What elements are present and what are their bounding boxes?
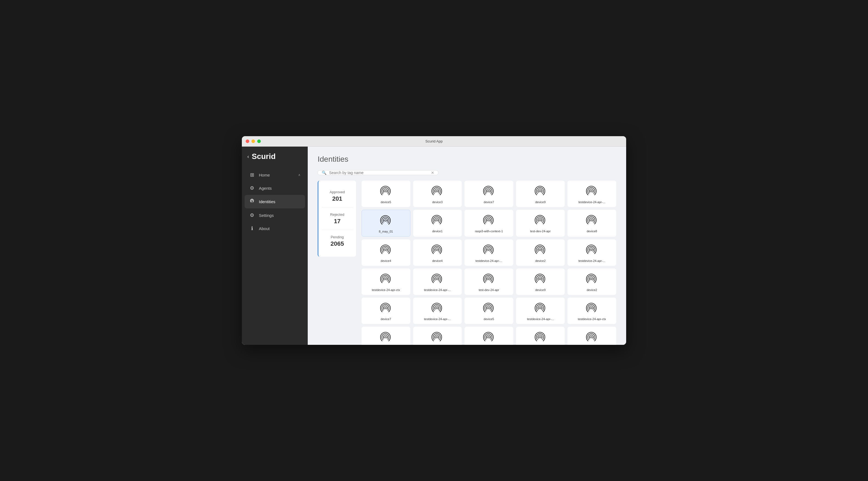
device-name: device7: [381, 318, 391, 321]
device-name: device3: [432, 201, 442, 204]
stat-rejected[interactable]: Rejected 17: [322, 208, 353, 230]
approved-value: 201: [324, 195, 350, 202]
fingerprint-icon: [431, 302, 444, 315]
app-logo: Scurid: [252, 152, 276, 161]
device-card[interactable]: device4: [413, 239, 462, 266]
device-card[interactable]: testdevice-24-apr-ctx: [567, 298, 616, 324]
search-input[interactable]: [329, 171, 428, 175]
fingerprint-icon: [585, 331, 598, 344]
sidebar-item-agents[interactable]: ⚙ Agents: [245, 182, 305, 194]
sidebar-label-agents: Agents: [259, 186, 272, 190]
home-icon: ⊞: [249, 172, 255, 178]
stat-pending[interactable]: Pending 2065: [322, 230, 353, 252]
fingerprint-icon: [585, 214, 598, 227]
fingerprint-icon: [431, 273, 444, 286]
device-card[interactable]: device5: [464, 298, 513, 324]
device-card[interactable]: [464, 327, 513, 345]
device-name: testdevice-24-apr-...: [527, 318, 554, 321]
sidebar-item-about[interactable]: ℹ About: [245, 222, 305, 235]
sidebar-item-settings[interactable]: ⚙ Settings: [245, 209, 305, 221]
device-card[interactable]: testdevice-24-apr-...: [516, 298, 565, 324]
device-card[interactable]: testdevice-24-apr-...: [413, 298, 462, 324]
fingerprint-icon: [379, 273, 393, 286]
agents-icon: ⚙: [249, 185, 255, 191]
device-name: testdevice-24-apr-...: [579, 201, 605, 204]
device-card[interactable]: device7: [362, 298, 410, 324]
clear-search-button[interactable]: ✕: [431, 171, 434, 175]
device-card[interactable]: 8_may_01: [362, 210, 410, 237]
content-area: Approved 201 Rejected 17 Pending 2065: [318, 181, 616, 345]
rejected-label: Rejected: [324, 212, 350, 217]
fingerprint-icon: [431, 244, 444, 257]
device-name: device5: [484, 318, 494, 321]
fingerprint-icon: [534, 244, 547, 257]
device-name: device2: [587, 288, 597, 292]
sidebar-item-identities[interactable]: Identities: [245, 195, 305, 208]
fingerprint-icon: [585, 244, 598, 257]
titlebar: Scurid App: [242, 136, 626, 147]
sidebar: ‹ Scurid ⊞ Home ∧ ⚙ Agents: [242, 147, 308, 345]
device-name: testdevice-24-apr-ctx: [372, 288, 400, 292]
pending-value: 2065: [324, 240, 350, 247]
device-name: testdevice-24-apr-...: [424, 318, 451, 321]
fingerprint-icon: [379, 214, 393, 228]
sidebar-label-about: About: [259, 226, 270, 231]
device-card[interactable]: device5: [362, 181, 410, 207]
device-card[interactable]: testdevice-24-apr-...: [567, 239, 616, 266]
device-card[interactable]: testdevice-24-apr-ctx: [362, 269, 410, 295]
device-card[interactable]: test-dev-24-apr: [464, 269, 513, 295]
fingerprint-icon: [431, 185, 444, 198]
device-card[interactable]: testdevice-24-apr-...: [567, 181, 616, 207]
device-name: device9: [535, 288, 546, 292]
device-card[interactable]: [413, 327, 462, 345]
sidebar-header: ‹ Scurid: [242, 152, 308, 169]
fingerprint-icon: [482, 331, 495, 344]
search-bar: 🔍 ✕: [318, 170, 438, 175]
app-body: ‹ Scurid ⊞ Home ∧ ⚙ Agents: [242, 147, 626, 345]
device-card[interactable]: [362, 327, 410, 345]
sidebar-item-home[interactable]: ⊞ Home ∧: [245, 169, 305, 181]
stats-panel: Approved 201 Rejected 17 Pending 2065: [318, 181, 356, 257]
device-card[interactable]: device8: [567, 210, 616, 237]
device-name: testdevice-24-apr-ctx: [578, 318, 606, 321]
device-card[interactable]: [567, 327, 616, 345]
pending-label: Pending: [324, 235, 350, 239]
fingerprint-icon: [534, 185, 547, 198]
sidebar-label-home: Home: [259, 173, 270, 177]
device-card[interactable]: device9: [516, 269, 565, 295]
device-card[interactable]: device1: [413, 210, 462, 237]
identities-icon: [249, 198, 255, 205]
device-name: device7: [484, 201, 494, 204]
device-name: test-dev-24-apr: [530, 230, 551, 233]
device-card[interactable]: testdevice-24-apr-...: [413, 269, 462, 295]
device-name: testdevice-24-apr-...: [424, 288, 451, 292]
device-card[interactable]: device2: [567, 269, 616, 295]
device-card[interactable]: raspi3-with-context-1: [464, 210, 513, 237]
device-name: testdevice-24-apr-...: [579, 259, 605, 263]
device-name: device8: [587, 230, 597, 233]
fingerprint-icon: [585, 185, 598, 198]
device-card[interactable]: testdevice-24-apr-...: [464, 239, 513, 266]
minimize-button[interactable]: [251, 140, 255, 143]
maximize-button[interactable]: [257, 140, 261, 143]
sidebar-label-identities: Identities: [259, 199, 275, 204]
device-card[interactable]: device7: [464, 181, 513, 207]
fingerprint-icon: [482, 214, 495, 227]
stat-approved[interactable]: Approved 201: [322, 185, 353, 208]
fingerprint-icon: [379, 302, 393, 315]
device-card[interactable]: device4: [362, 239, 410, 266]
back-button[interactable]: ‹: [247, 154, 249, 159]
device-card[interactable]: device9: [516, 181, 565, 207]
window-title: Scurid App: [426, 139, 443, 143]
fingerprint-icon: [585, 273, 598, 286]
devices-grid: device5 device3: [362, 181, 616, 345]
device-card[interactable]: device3: [413, 181, 462, 207]
device-name: device5: [381, 201, 391, 204]
chevron-icon: ∧: [298, 173, 301, 177]
devices-area: device5 device3: [356, 181, 616, 345]
device-card[interactable]: device2: [516, 239, 565, 266]
device-card[interactable]: test-dev-24-apr: [516, 210, 565, 237]
sidebar-nav: ⊞ Home ∧ ⚙ Agents: [242, 169, 308, 235]
device-card[interactable]: [516, 327, 565, 345]
close-button[interactable]: [246, 140, 249, 143]
